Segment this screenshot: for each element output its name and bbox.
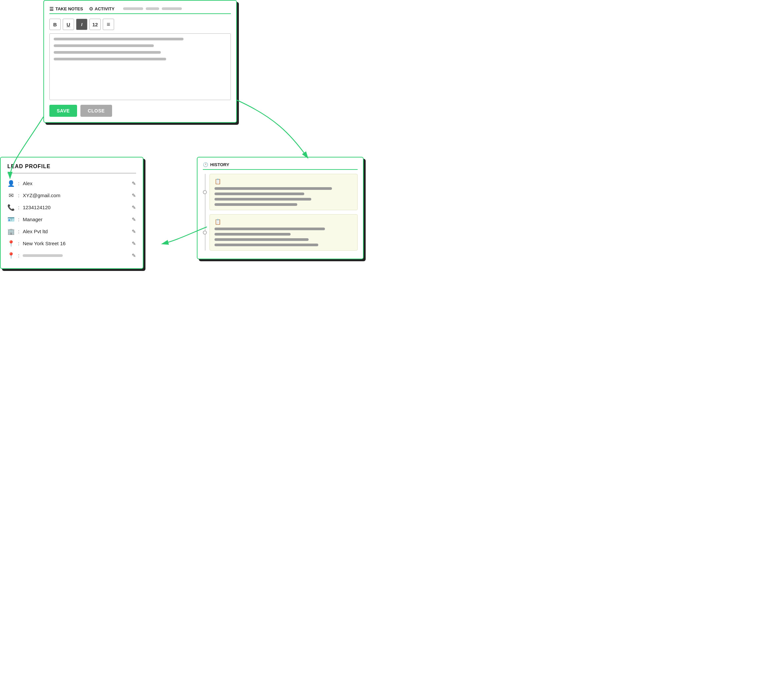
notes-icon: ☰: [49, 7, 54, 12]
edit-extra-icon[interactable]: ✎: [132, 253, 136, 259]
activity-icon: ⊙: [89, 6, 93, 12]
history-line-1-2: [215, 192, 304, 195]
history-line-1-3: [215, 198, 311, 201]
notes-toolbar: B U I 12 ≡: [49, 19, 231, 30]
tab-decoration-3: [162, 7, 182, 10]
tab-decoration-2: [146, 7, 159, 10]
history-line-2-4: [215, 243, 318, 246]
lead-extra-row: 📍 : ✎: [7, 250, 136, 261]
history-line-2-2: [215, 233, 291, 235]
text-line-1: [54, 38, 184, 40]
lead-company-row: 🏢 : Alex Pvt ltd ✎: [7, 225, 136, 238]
history-tab-label[interactable]: 🕐 HISTORY: [203, 162, 229, 167]
list-button[interactable]: ≡: [103, 19, 114, 30]
location-icon: 📍: [7, 240, 15, 247]
timeline-line: [205, 174, 205, 251]
edit-phone-icon[interactable]: ✎: [132, 205, 136, 210]
location2-icon: 📍: [7, 252, 15, 259]
history-line-1-4: [215, 203, 297, 206]
lead-role-row: 🪪 : Manager ✎: [7, 214, 136, 225]
lead-company-value: Alex Pvt ltd: [23, 228, 48, 234]
lead-address-row: 📍 : New York Street 16 ✎: [7, 238, 136, 250]
font-size-button[interactable]: 12: [89, 19, 101, 30]
edit-address-icon[interactable]: ✎: [132, 241, 136, 247]
tab-decoration-1: [123, 7, 143, 10]
edit-email-icon[interactable]: ✎: [132, 192, 136, 199]
person-icon: 👤: [7, 180, 15, 187]
lead-phone-value: 1234124120: [23, 205, 50, 210]
lead-extra-placeholder: [23, 254, 63, 257]
lead-email-row: ✉ : XYZ@gmail.com ✎: [7, 189, 136, 202]
tab-take-notes[interactable]: ☰ TAKE NOTES: [49, 7, 83, 14]
text-line-3: [54, 51, 161, 54]
lead-profile-panel: LEAD PROFILE 👤 : Alex ✎ ✉ : XYZ@gmail.co…: [0, 157, 143, 269]
history-card-icon-2: 📋: [215, 219, 353, 225]
italic-button[interactable]: I: [76, 19, 87, 30]
edit-company-icon[interactable]: ✎: [132, 228, 136, 235]
history-dot-2: [203, 230, 207, 235]
lead-phone-row: 📞 : 1234124120 ✎: [7, 202, 136, 214]
company-icon: 🏢: [7, 228, 15, 235]
history-panel: 🕐 HISTORY 📋 📋: [197, 157, 364, 259]
history-card-1-wrapper: 📋: [209, 174, 358, 210]
notes-actions: SAVE CLOSE: [49, 105, 231, 117]
lead-address-value: New York Street 16: [23, 241, 66, 246]
history-line-2-3: [215, 238, 309, 241]
history-card-2: 📋: [209, 214, 358, 251]
phone-icon: 📞: [7, 204, 15, 211]
notes-panel: ☰ TAKE NOTES ⊙ ACTIVITY B U I 12 ≡ SAVE …: [43, 0, 237, 123]
tab-activity[interactable]: ⊙ ACTIVITY: [89, 6, 114, 12]
save-button[interactable]: SAVE: [49, 105, 77, 117]
close-button[interactable]: CLOSE: [81, 105, 112, 117]
text-line-2: [54, 44, 154, 47]
lead-name-value: Alex: [23, 181, 32, 186]
history-tab-bar: 🕐 HISTORY: [203, 162, 358, 170]
history-line-2-1: [215, 228, 325, 230]
history-card-1: 📋: [209, 174, 358, 210]
badge-icon: 🪪: [7, 216, 15, 223]
lead-profile-title: LEAD PROFILE: [7, 163, 136, 169]
history-clock-icon: 🕐: [203, 162, 208, 167]
text-line-4: [54, 58, 166, 61]
lead-name-row: 👤 : Alex ✎: [7, 178, 136, 189]
history-card-2-wrapper: 📋: [209, 214, 358, 251]
history-card-icon-1: 📋: [215, 178, 353, 184]
lead-divider: [7, 173, 136, 174]
email-icon: ✉: [7, 192, 15, 199]
edit-role-icon[interactable]: ✎: [132, 217, 136, 223]
notes-tab-bar: ☰ TAKE NOTES ⊙ ACTIVITY: [49, 6, 231, 14]
edit-name-icon[interactable]: ✎: [132, 181, 136, 187]
notes-content-area[interactable]: [49, 33, 231, 100]
bold-button[interactable]: B: [49, 19, 61, 30]
history-line-1-1: [215, 187, 332, 190]
underline-button[interactable]: U: [63, 19, 74, 30]
history-dot-1: [203, 190, 207, 194]
lead-email-value: XYZ@gmail.com: [23, 192, 61, 198]
history-cards-container: 📋 📋: [203, 174, 358, 251]
lead-role-value: Manager: [23, 217, 43, 222]
